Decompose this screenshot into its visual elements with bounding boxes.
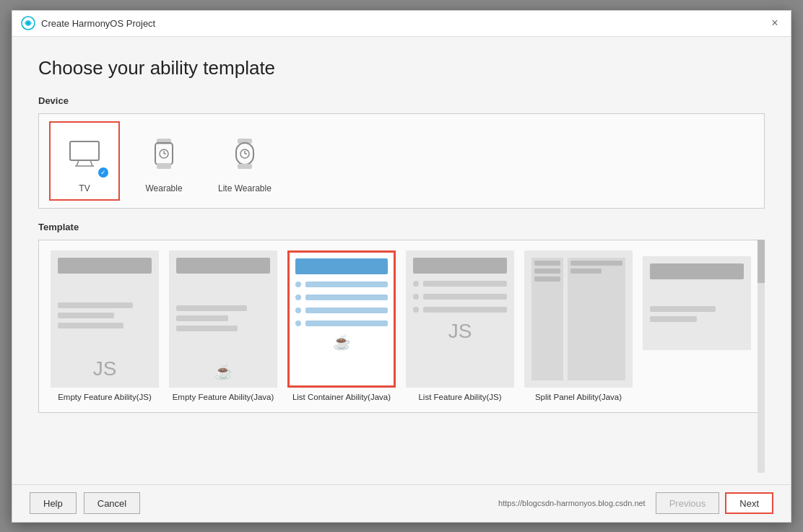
svg-point-1 (27, 22, 30, 25)
svg-rect-8 (157, 163, 171, 169)
list-dot (295, 282, 301, 287)
list-line-row (295, 320, 388, 326)
dialog-title: Create HarmonyOS Project (41, 18, 155, 29)
template-card-split-java (524, 250, 633, 388)
help-button[interactable]: Help (30, 492, 77, 514)
next-button[interactable]: Next (725, 492, 773, 514)
template-line (58, 323, 123, 328)
template-card-body-empty-js (52, 274, 157, 357)
template-card-header-extra (650, 263, 744, 279)
close-button[interactable]: × (768, 16, 782, 30)
template-grid-wrapper: JS Empty Feature Ability(JS) (38, 240, 765, 473)
scrollbar-thumb[interactable] (758, 240, 765, 283)
list-line-bar (305, 320, 388, 326)
template-card-header-empty-java (176, 258, 270, 274)
template-card-empty-java: ☕ (169, 250, 277, 388)
title-bar: Create HarmonyOS Project × (12, 11, 791, 37)
list-dot (295, 320, 301, 326)
template-line (176, 315, 228, 321)
previous-button[interactable]: Previous (656, 492, 720, 514)
split-line (534, 269, 560, 274)
template-grid: JS Empty Feature Ability(JS) (51, 250, 752, 403)
template-section: Template (38, 222, 765, 473)
tv-icon (66, 136, 103, 172)
template-line (650, 306, 716, 312)
template-item-empty-js[interactable]: JS Empty Feature Ability(JS) (51, 250, 159, 403)
device-tv-label: TV (79, 183, 90, 193)
template-card-icon-list-js: JS (407, 320, 513, 349)
list-dot (413, 294, 419, 300)
template-item-empty-java[interactable]: ☕ Empty Feature Ability(Java) (169, 250, 277, 403)
device-icon-wrap-tv: ✓ (59, 128, 110, 179)
list-line-row (413, 281, 507, 287)
footer-right: https://blogcsdn-harmonyos.blog.csdn.net… (498, 492, 773, 514)
dialog-content: Choose your ability template Device (12, 37, 791, 484)
template-card-header-list-js (413, 258, 507, 274)
list-line-row (413, 294, 507, 300)
template-item-list-java[interactable]: ☕ List Container Ability(Java) (287, 250, 396, 403)
split-line (570, 261, 622, 266)
split-left (531, 258, 563, 380)
list-line-row (295, 308, 388, 313)
device-item-lite-wearable[interactable]: Lite Wearable (208, 121, 282, 201)
split-line (570, 269, 602, 274)
template-line (176, 305, 247, 311)
list-line-bar (305, 295, 388, 300)
tv-check-badge: ✓ (98, 167, 108, 178)
template-card-body-empty-java (170, 274, 276, 363)
template-card-extra (643, 256, 751, 350)
template-line (58, 302, 133, 308)
device-icon-wrap-wearable (139, 128, 189, 179)
template-line (176, 326, 238, 331)
list-dot (295, 308, 301, 313)
template-card-list-java: ☕ (287, 250, 396, 388)
template-name-empty-js: Empty Feature Ability(JS) (58, 392, 152, 403)
dialog-footer: Help Cancel https://blogcsdn-harmonyos.b… (12, 484, 791, 522)
harmony-logo-icon (21, 16, 35, 30)
device-list: ✓ TV (49, 121, 754, 201)
list-lines-js (407, 274, 513, 320)
list-line-bar (423, 307, 507, 313)
template-card-empty-js: JS (51, 250, 159, 388)
page-title: Choose your ability template (38, 57, 765, 79)
template-grid-container: JS Empty Feature Ability(JS) (38, 240, 765, 414)
device-label: Device (38, 95, 765, 106)
cancel-button[interactable]: Cancel (84, 492, 140, 514)
svg-line-4 (90, 160, 92, 166)
template-card-header-empty-js (58, 258, 152, 274)
template-item-list-js[interactable]: JS List Feature Ability(JS) (406, 250, 514, 403)
template-line (650, 316, 697, 322)
list-line-row (295, 282, 388, 287)
template-card-body-extra (644, 279, 750, 349)
template-name-list-js: List Feature Ability(JS) (418, 392, 501, 403)
device-item-wearable[interactable]: Wearable (129, 121, 199, 201)
template-card-icon-java: ☕ (170, 363, 276, 386)
template-name-list-java: List Container Ability(Java) (292, 392, 391, 403)
list-dot (413, 281, 419, 287)
template-item-split-java[interactable]: Split Panel Ability(Java) (524, 250, 633, 403)
split-line (534, 261, 560, 266)
device-icon-wrap-lite-wearable (220, 128, 270, 179)
scrollbar-track[interactable] (758, 240, 765, 473)
url-hint: https://blogcsdn-harmonyos.blog.csdn.net (498, 499, 646, 507)
list-dot (295, 295, 301, 300)
template-name-empty-java: Empty Feature Ability(Java) (173, 392, 274, 403)
split-right (568, 258, 625, 380)
list-lines (290, 274, 394, 333)
template-item-extra[interactable] (643, 250, 751, 403)
list-line-bar (305, 308, 388, 313)
list-dot (413, 307, 419, 313)
lite-wearable-icon (230, 136, 259, 172)
device-item-tv[interactable]: ✓ TV (49, 121, 120, 201)
split-line (534, 276, 560, 282)
svg-rect-2 (70, 141, 99, 160)
template-card-list-js: JS (406, 250, 514, 388)
list-line-row (413, 307, 507, 313)
title-bar-left: Create HarmonyOS Project (21, 16, 155, 30)
list-line-bar (423, 281, 507, 287)
template-card-icon-list-java: ☕ (290, 333, 394, 357)
device-section: Device ✓ (38, 95, 765, 209)
device-list-container: ✓ TV (38, 113, 765, 209)
svg-rect-14 (238, 164, 252, 169)
device-wearable-label: Wearable (145, 183, 182, 193)
